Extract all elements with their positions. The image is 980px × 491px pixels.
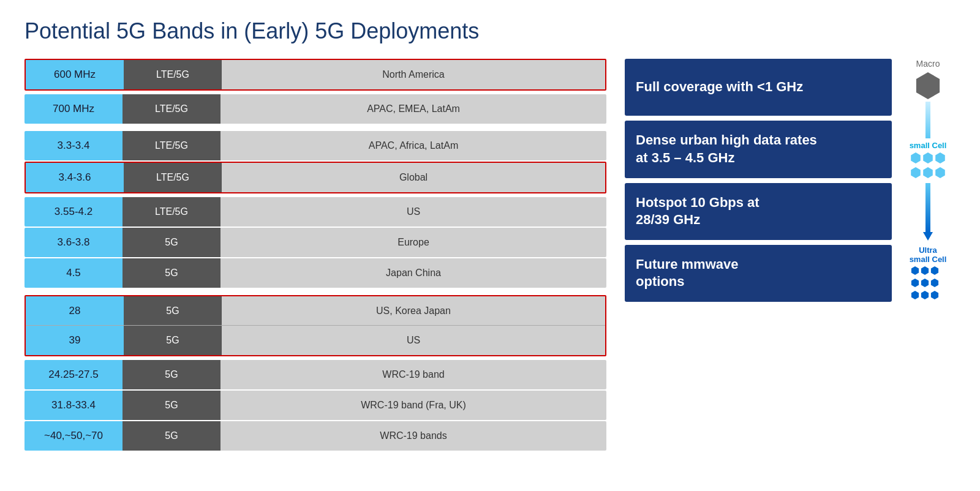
scale-section: Macro small Cell Ultrasmall Cell <box>900 59 956 302</box>
cell-frequency: 3.6-3.8 <box>24 228 123 257</box>
cell-frequency: 4.5 <box>24 258 123 288</box>
small-hex-0 <box>910 152 921 166</box>
cell-tech: LTE/5G <box>124 163 222 192</box>
cell-tech: 5G <box>123 391 221 420</box>
svg-marker-1 <box>911 152 921 163</box>
svg-marker-15 <box>931 291 938 299</box>
info-card-0: Full coverage with <1 GHz <box>625 59 892 116</box>
cell-tech: 5G <box>124 326 222 355</box>
table-row: 39 5G US <box>26 326 605 355</box>
svg-marker-12 <box>931 279 938 287</box>
right-section: Full coverage with <1 GHzDense urban hig… <box>625 59 956 302</box>
svg-marker-9 <box>931 266 938 275</box>
svg-marker-5 <box>923 167 933 178</box>
small-hex-1 <box>922 152 933 166</box>
table-row: 28 5G US, Korea Japan <box>26 296 605 326</box>
ultra-hex-8 <box>930 291 939 302</box>
cell-region: Europe <box>221 228 606 257</box>
ultra-label: Ultrasmall Cell <box>910 246 947 302</box>
cell-region: APAC, EMEA, LatAm <box>221 94 606 124</box>
cell-frequency: 700 MHz <box>24 94 123 124</box>
svg-marker-14 <box>921 291 929 299</box>
ultra-hex-3 <box>911 279 919 290</box>
cell-tech: 5G <box>123 258 221 288</box>
cell-frequency: 28 <box>26 296 124 326</box>
svg-marker-3 <box>935 152 945 163</box>
info-card-1: Dense urban high data ratesat 3.5 – 4.5 … <box>625 121 892 178</box>
row-group-outlined: 28 5G US, Korea Japan 39 5G US <box>24 295 606 356</box>
ultra-hex-6 <box>911 291 919 302</box>
svg-marker-10 <box>911 279 919 287</box>
row-group-outlined: 3.4-3.6 LTE/5G Global <box>24 162 606 193</box>
scale-macro-label: Macro <box>916 59 940 69</box>
cell-tech: LTE/5G <box>123 94 221 124</box>
table-row: 600 MHz LTE/5G North America <box>26 60 605 89</box>
table-row: 700 MHz LTE/5G APAC, EMEA, LatAm <box>24 94 606 124</box>
cell-frequency: ~40,~50,~70 <box>24 421 123 451</box>
svg-marker-2 <box>923 152 933 163</box>
cell-region: WRC-19 band (Fra, UK) <box>221 391 606 420</box>
info-cards: Full coverage with <1 GHzDense urban hig… <box>625 59 892 302</box>
small-hex-4 <box>922 167 933 181</box>
cell-region: North America <box>222 60 605 89</box>
cell-tech: LTE/5G <box>123 197 221 227</box>
svg-marker-8 <box>921 266 929 275</box>
cell-frequency: 3.3-3.4 <box>24 131 123 160</box>
table-row: 24.25-27.5 5G WRC-19 band <box>24 360 606 389</box>
small-hex-3 <box>910 167 921 181</box>
ultra-hex-2 <box>930 266 939 277</box>
cell-frequency: 39 <box>26 326 124 355</box>
cell-frequency: 3.55-4.2 <box>24 197 123 227</box>
cell-region: WRC-19 bands <box>221 421 606 451</box>
cell-region: Japan China <box>221 258 606 288</box>
ultra-hex-7 <box>921 291 929 302</box>
cell-frequency: 3.4-3.6 <box>26 163 124 192</box>
macro-hex <box>914 72 941 99</box>
table-row: 3.3-3.4 LTE/5G APAC, Africa, LatAm <box>24 131 606 160</box>
cell-tech: 5G <box>123 228 221 257</box>
svg-marker-4 <box>911 167 921 178</box>
info-card-2: Hotspot 10 Gbps at28/39 GHz <box>625 183 892 240</box>
table-row: 31.8-33.4 5G WRC-19 band (Fra, UK) <box>24 391 606 420</box>
cell-tech: 5G <box>123 360 221 389</box>
cell-region: Global <box>222 163 605 192</box>
table-row: 3.4-3.6 LTE/5G Global <box>26 163 605 192</box>
cell-region: US <box>221 197 606 227</box>
ultra-hex-1 <box>921 266 929 277</box>
cell-frequency: 24.25-27.5 <box>24 360 123 389</box>
ultra-hex-4 <box>921 279 929 290</box>
svg-marker-7 <box>911 266 919 275</box>
cell-tech: LTE/5G <box>123 131 221 160</box>
table-row: 3.6-3.8 5G Europe <box>24 228 606 257</box>
small-hex-5 <box>935 167 946 181</box>
ultra-hex-0 <box>911 266 919 277</box>
svg-marker-13 <box>911 291 919 299</box>
ultra-hex-5 <box>930 279 939 290</box>
cell-tech: 5G <box>124 296 222 326</box>
row-group-outlined: 600 MHz LTE/5G North America <box>24 59 606 91</box>
small-cell-label: small Cell <box>910 141 947 150</box>
cell-region: US, Korea Japan <box>222 296 605 326</box>
table-row: 3.55-4.2 LTE/5G US <box>24 197 606 227</box>
cell-tech: 5G <box>123 421 221 451</box>
table-row: ~40,~50,~70 5G WRC-19 bands <box>24 421 606 451</box>
svg-marker-11 <box>921 279 929 287</box>
cell-frequency: 600 MHz <box>26 60 124 89</box>
table-section: 600 MHz LTE/5G North America 700 MHz LTE… <box>24 59 606 452</box>
svg-marker-0 <box>916 72 940 99</box>
cell-tech: LTE/5G <box>124 60 222 89</box>
small-hex-2 <box>935 152 946 166</box>
cell-frequency: 31.8-33.4 <box>24 391 123 420</box>
main-content: 600 MHz LTE/5G North America 700 MHz LTE… <box>24 59 956 452</box>
table-row: 4.5 5G Japan China <box>24 258 606 288</box>
cell-region: APAC, Africa, LatAm <box>221 131 606 160</box>
cell-region: WRC-19 band <box>221 360 606 389</box>
page-title: Potential 5G Bands in (Early) 5G Deploym… <box>24 18 956 44</box>
svg-marker-6 <box>935 167 945 178</box>
info-card-3: Future mmwaveoptions <box>625 245 892 302</box>
cell-region: US <box>222 326 605 355</box>
